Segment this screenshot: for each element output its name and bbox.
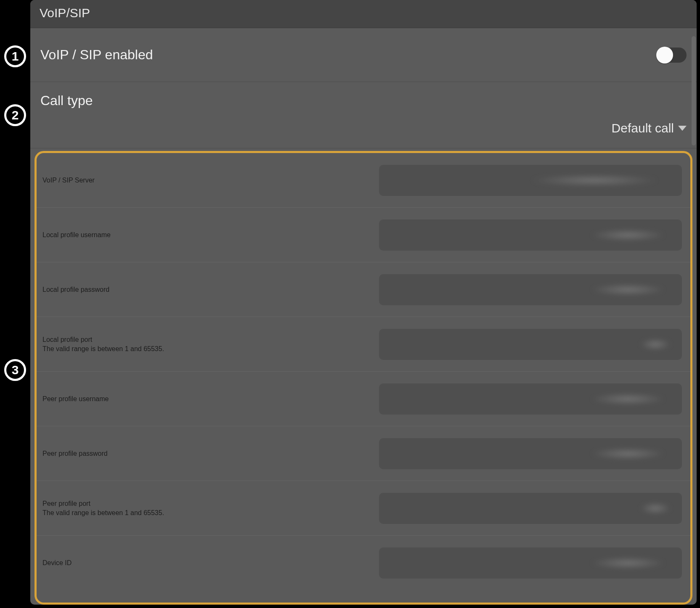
field-local-username-input[interactable] bbox=[379, 219, 682, 251]
badge-2-label: 2 bbox=[12, 108, 19, 122]
blurred-value bbox=[582, 282, 674, 297]
toggle-knob bbox=[656, 47, 673, 63]
field-local-password-title: Local profile password bbox=[42, 286, 109, 293]
settings-panel: VoIP/SIP VoIP / SIP enabled Call type De… bbox=[30, 0, 697, 605]
annotation-badge-2: 2 bbox=[4, 104, 26, 126]
blurred-value bbox=[582, 446, 674, 461]
field-device-id[interactable]: Device ID bbox=[37, 536, 690, 590]
row-call-type[interactable]: Call type Default call bbox=[30, 82, 697, 148]
field-peer-port-title: Peer profile port bbox=[42, 500, 164, 508]
field-peer-password-input[interactable] bbox=[379, 438, 682, 469]
row-voip-enabled[interactable]: VoIP / SIP enabled bbox=[30, 28, 697, 82]
annotation-badge-1: 1 bbox=[4, 45, 26, 67]
blurred-value bbox=[514, 173, 674, 188]
call-type-value: Default call bbox=[612, 121, 674, 135]
panel-title: VoIP/SIP bbox=[30, 0, 697, 28]
chevron-down-icon bbox=[678, 126, 687, 131]
panel-title-text: VoIP/SIP bbox=[40, 6, 90, 20]
fields-highlight-box: VoIP / SIP Server Local profile username bbox=[34, 151, 692, 605]
call-type-select[interactable]: Default call bbox=[612, 121, 687, 135]
blurred-value bbox=[582, 227, 674, 243]
blurred-value bbox=[582, 555, 674, 571]
field-voip-sip-server-input[interactable] bbox=[379, 165, 682, 196]
row-voip-enabled-title: VoIP / SIP enabled bbox=[40, 47, 153, 63]
blurred-value bbox=[582, 391, 674, 407]
field-local-port-subtitle: The valid range is between 1 and 65535. bbox=[42, 345, 164, 353]
badge-3-label: 3 bbox=[12, 363, 19, 377]
field-peer-port-input[interactable] bbox=[379, 493, 682, 524]
row-call-type-title: Call type bbox=[40, 93, 93, 108]
field-local-port-title: Local profile port bbox=[42, 336, 164, 344]
blurred-value bbox=[636, 337, 674, 352]
field-voip-sip-server-title: VoIP / SIP Server bbox=[42, 177, 95, 184]
field-device-id-title: Device ID bbox=[42, 559, 72, 567]
field-peer-username-input[interactable] bbox=[379, 383, 682, 415]
blurred-value bbox=[636, 501, 674, 516]
badge-1-label: 1 bbox=[12, 49, 19, 63]
field-local-password[interactable]: Local profile password bbox=[37, 262, 690, 317]
fields-list: VoIP / SIP Server Local profile username bbox=[37, 153, 690, 590]
field-peer-username[interactable]: Peer profile username bbox=[37, 372, 690, 426]
row-voip-enabled-labels: VoIP / SIP enabled bbox=[40, 47, 153, 63]
field-peer-username-title: Peer profile username bbox=[42, 395, 109, 403]
field-peer-port[interactable]: Peer profile port The valid range is bet… bbox=[37, 481, 690, 536]
annotation-badge-3: 3 bbox=[4, 359, 26, 381]
field-local-port[interactable]: Local profile port The valid range is be… bbox=[37, 317, 690, 372]
field-peer-password[interactable]: Peer profile password bbox=[37, 426, 690, 481]
voip-enabled-toggle[interactable] bbox=[657, 48, 687, 63]
field-voip-sip-server[interactable]: VoIP / SIP Server bbox=[37, 153, 690, 208]
field-local-password-input[interactable] bbox=[379, 274, 682, 305]
field-local-port-input[interactable] bbox=[379, 329, 682, 360]
field-peer-port-subtitle: The valid range is between 1 and 65535. bbox=[42, 509, 164, 517]
field-peer-password-title: Peer profile password bbox=[42, 450, 108, 457]
field-local-username[interactable]: Local profile username bbox=[37, 208, 690, 262]
field-device-id-input[interactable] bbox=[379, 547, 682, 579]
field-local-username-title: Local profile username bbox=[42, 231, 111, 239]
